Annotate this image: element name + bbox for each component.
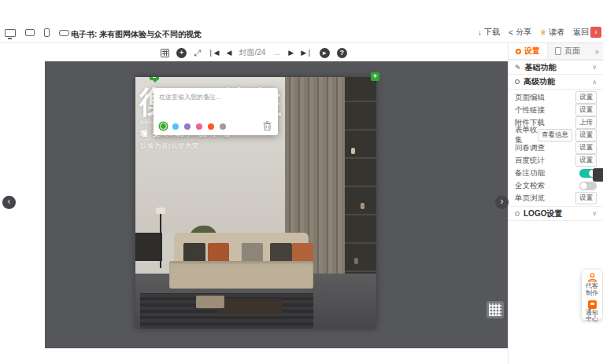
download-label: 下载 (484, 27, 500, 38)
feature-row: 单页浏览设置 (509, 192, 603, 204)
note-color-dot[interactable] (196, 123, 202, 130)
next-page-nav-button[interactable]: › (495, 196, 509, 209)
feature-controls: 设置 (575, 91, 597, 104)
feature-controls: 设置 (575, 154, 597, 167)
trash-icon[interactable] (263, 121, 272, 131)
note-color-dot[interactable] (160, 123, 167, 130)
tab-pages-label: 页面 (564, 46, 580, 57)
note-color-dot[interactable] (220, 123, 226, 130)
top-bar: 电子书: 来有图网体验与众不同的视觉 ↓ 下载 < 分享 ♛ 读者 返回 › (0, 24, 603, 43)
sidebar-collapse-icon[interactable]: » (590, 43, 603, 59)
tab-pages[interactable]: 页面 (548, 43, 587, 59)
tab-settings-label: 设置 (524, 46, 540, 57)
cover-side-table (196, 296, 225, 308)
cover-coffee-table (217, 299, 283, 314)
viewer-toolbar: + ⤢ ❘◀ ◀ 封面/24 → ▶ ▶❘ ▸ ? (0, 44, 508, 61)
notification-icon (588, 300, 597, 309)
section-basic-label: 基础功能 (525, 62, 557, 73)
shelf-vase (354, 258, 358, 264)
note-color-dot[interactable] (184, 123, 191, 130)
cover-floor-lamp (160, 213, 161, 268)
gear-icon (515, 79, 520, 84)
zoom-in-icon[interactable]: + (176, 48, 187, 58)
feature-action-button[interactable]: 设置 (575, 192, 597, 204)
feature-label: 个性链接 (515, 105, 545, 116)
prev-page-nav-button[interactable]: ‹ (2, 196, 16, 209)
tab-settings[interactable]: 设置 (509, 43, 548, 59)
feature-row: 备注功能 (509, 167, 603, 179)
book-cover-page[interactable]: 衡 佳住 Interior Wall Decorating System 墙变系… (135, 77, 376, 329)
feature-action-button[interactable]: 查看信息 (538, 129, 572, 142)
chevron-up-icon: ∧ (592, 79, 597, 86)
feature-row: 百度统计设置 (509, 154, 603, 167)
first-page-icon[interactable]: ❘◀ (208, 50, 219, 57)
note-marker-icon[interactable] (150, 77, 159, 80)
person-icon (587, 273, 597, 282)
fullscreen-icon[interactable]: ⤢ (194, 49, 201, 57)
share-icon: < (509, 28, 513, 37)
back-label: 返回 (573, 27, 589, 38)
chevron-down-icon: ∨ (592, 64, 597, 71)
thumbnails-icon[interactable] (161, 49, 169, 57)
device-preview-switcher (5, 28, 69, 37)
feature-controls: 上传 (575, 116, 597, 129)
last-page-icon[interactable]: ▶❘ (301, 50, 312, 57)
prev-page-icon[interactable]: ◀ (227, 50, 232, 57)
chevron-right-icon: › (590, 27, 601, 38)
phone-preview-icon[interactable] (44, 28, 50, 37)
reader-button[interactable]: ♛ 读者 (540, 27, 564, 38)
download-button[interactable]: ↓ 下载 (478, 27, 500, 38)
note-color-dot[interactable] (208, 123, 214, 130)
note-input[interactable]: 在这里输入您的备注... (159, 93, 221, 101)
cover-pillow (208, 243, 230, 263)
shelf-vase (351, 148, 355, 154)
share-button[interactable]: < 分享 (509, 27, 531, 38)
pencil-icon: ✎ (515, 64, 521, 72)
feature-action-button[interactable]: 设置 (575, 154, 597, 167)
toggle-knob (580, 182, 587, 189)
feature-label: 全文检索 (515, 181, 545, 191)
autoplay-icon[interactable]: ▸ (320, 48, 330, 58)
feature-action-button[interactable]: 设置 (575, 142, 597, 154)
next-page-icon[interactable]: ▶ (288, 50, 294, 57)
desktop-preview-icon[interactable] (5, 29, 16, 37)
cover-tagline: 以墙为基|以壁为荣 (140, 142, 199, 150)
tablet-preview-icon[interactable] (25, 29, 35, 36)
floating-helper-widget: 代客制作 通知中心 (582, 270, 602, 320)
viewer-stage: 衡 佳住 Interior Wall Decorating System 墙变系… (45, 61, 508, 348)
back-button[interactable]: 返回 › (573, 27, 601, 38)
sidebar-rows: 页面编辑设置个性链接设置附件下载上传表单收集查看信息设置问卷调查设置百度统计设置… (509, 90, 603, 206)
agent-service-button[interactable]: 代客制作 (585, 273, 599, 297)
feature-action-button[interactable]: 设置 (575, 104, 597, 116)
feature-row: 问卷调查设置 (509, 142, 603, 154)
add-note-icon[interactable]: + (371, 72, 379, 81)
tooltip-cutoff (593, 168, 603, 182)
logo-circle-icon (515, 211, 520, 216)
help-icon[interactable]: ? (337, 48, 347, 58)
feature-action-button[interactable]: 设置 (575, 129, 597, 142)
qr-code-icon[interactable] (486, 301, 504, 318)
feature-row: 页面编辑设置 (509, 91, 603, 104)
chevron-down-icon: ∨ (592, 210, 597, 217)
feature-toggle[interactable] (579, 182, 597, 190)
top-actions: ↓ 下载 < 分享 ♛ 读者 返回 › (478, 27, 601, 38)
feature-action-button[interactable]: 设置 (575, 91, 597, 104)
note-color-dot[interactable] (172, 123, 179, 130)
feature-action-button[interactable]: 上传 (575, 116, 597, 129)
notification-center-button[interactable]: 通知中心 (585, 300, 599, 324)
feature-label: 页面编辑 (515, 93, 545, 103)
section-advanced-functions[interactable]: 高级功能 ∧ (509, 75, 603, 90)
section-logo-settings[interactable]: LOGO设置 ∨ (509, 206, 603, 221)
card-preview-icon[interactable] (59, 30, 69, 36)
feature-row: 全文检索 (509, 179, 603, 192)
crown-icon: ♛ (540, 28, 546, 36)
reader-label: 读者 (549, 27, 564, 38)
feature-controls: 查看信息设置 (538, 129, 597, 142)
page-indicator[interactable]: 封面/24 (239, 47, 265, 58)
share-label: 分享 (516, 27, 531, 38)
goto-page-icon[interactable]: → (272, 49, 281, 57)
app-root: 电子书: 来有图网体验与众不同的视觉 ↓ 下载 < 分享 ♛ 读者 返回 › +… (0, 0, 603, 364)
section-basic-functions[interactable]: ✎ 基础功能 ∨ (509, 60, 603, 75)
note-popup: 在这里输入您的备注... (154, 88, 278, 135)
notification-center-label: 通知中心 (585, 310, 599, 324)
